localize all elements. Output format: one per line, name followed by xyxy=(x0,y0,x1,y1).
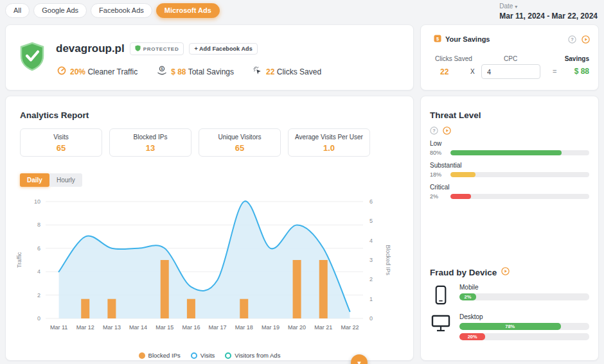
threat-bar-fill xyxy=(450,172,475,177)
traffic-chart: 02468100123456TrafficBlocked IPsMar 11Ma… xyxy=(11,191,404,353)
protected-badge-label: PROTECTED xyxy=(143,46,179,52)
site-stat-value: 22 xyxy=(266,67,274,76)
stat-box-label: Unique Visitors xyxy=(199,134,280,141)
device-rows: Mobile2%Desktop78%20% xyxy=(430,284,589,351)
filter-facebook-ads[interactable]: Facebook Ads xyxy=(91,3,152,18)
savings-value: $ 88 xyxy=(574,67,589,76)
date-picker[interactable]: Date ▾ Mar 11, 2024 - Mar 22, 2024 xyxy=(499,3,598,21)
svg-text:0: 0 xyxy=(37,315,40,322)
filter-google-ads[interactable]: Google Ads xyxy=(33,3,87,18)
site-overview-card: devagroup.pl PROTECTED + Add Facebook Ad… xyxy=(5,24,414,91)
threat-bar-track xyxy=(450,150,589,155)
svg-text:Mar 18: Mar 18 xyxy=(235,324,253,331)
svg-text:Mar 11: Mar 11 xyxy=(50,324,67,331)
question-icon[interactable]: ? xyxy=(430,126,438,137)
threat-label: Critical xyxy=(430,184,589,191)
device-row-mobile: Mobile2% xyxy=(430,284,589,306)
legend-marker xyxy=(191,352,197,359)
svg-text:Mar 22: Mar 22 xyxy=(341,324,359,331)
analytics-title: Analytics Report xyxy=(20,110,89,120)
protected-badge: PROTECTED xyxy=(130,42,184,55)
svg-text:?: ? xyxy=(432,128,436,134)
threat-levels: Low80%Substantial18%Critical2% xyxy=(430,140,589,205)
chevron-down-icon: ▾ xyxy=(357,359,361,364)
site-domain: devagroup.pl xyxy=(56,42,125,55)
threat-bar-track xyxy=(450,194,589,199)
fraud-by-device-title: Fraud by Device xyxy=(430,267,510,277)
legend-item-visitors-from-ads[interactable]: Visitors from Ads xyxy=(225,352,280,359)
svg-text:Mar 17: Mar 17 xyxy=(209,324,227,331)
site-stat-label: Cleaner Traffic xyxy=(87,67,138,76)
cursor-click-icon xyxy=(253,66,262,77)
svg-text:8: 8 xyxy=(37,221,40,228)
threat-pct: 80% xyxy=(430,150,445,156)
stat-box-blocked-ips: Blocked IPs13 xyxy=(109,128,191,157)
threat-bar-fill xyxy=(450,150,562,155)
add-facebook-ads-button[interactable]: + Add Facebook Ads xyxy=(189,43,257,55)
multiply-symbol: X xyxy=(470,68,475,75)
svg-text:4: 4 xyxy=(369,238,373,244)
threat-row-critical: Critical2% xyxy=(430,184,589,200)
site-stat-label: Total Savings xyxy=(188,67,234,76)
threat-bar-fill xyxy=(450,194,471,199)
svg-text:Mar 21: Mar 21 xyxy=(314,324,332,331)
stat-box-label: Blocked IPs xyxy=(110,134,191,141)
cpc-input[interactable] xyxy=(481,64,540,79)
stat-box-value: 1.0 xyxy=(289,143,369,153)
savings-label: Savings xyxy=(565,55,589,62)
svg-text:?: ? xyxy=(571,37,574,42)
stat-box-label: Visits xyxy=(21,134,102,141)
device-bar-track: 2% xyxy=(459,293,589,300)
svg-text:Mar 19: Mar 19 xyxy=(262,324,280,331)
mobile-icon xyxy=(430,284,452,306)
svg-text:$: $ xyxy=(161,67,164,71)
savings-icon: $ xyxy=(434,35,441,44)
threat-row-low: Low80% xyxy=(430,140,589,156)
your-savings-card: $ Your Savings ? Clicks Saved CPC Saving… xyxy=(420,24,599,91)
gauge-icon xyxy=(57,66,66,77)
cpc-label: CPC xyxy=(504,55,517,62)
svg-text:Mar 20: Mar 20 xyxy=(288,324,306,331)
threat-label: Substantial xyxy=(430,162,589,169)
clicks-saved-label: Clicks Saved xyxy=(435,55,472,62)
video-play-icon[interactable] xyxy=(582,35,590,46)
legend-item-visits[interactable]: Visits xyxy=(191,352,215,359)
toggle-hourly[interactable]: Hourly xyxy=(49,173,82,187)
svg-text:Mar 16: Mar 16 xyxy=(182,324,200,331)
legend-item-blocked-ips[interactable]: Blocked IPs xyxy=(139,352,181,359)
clicks-saved-value: 22 xyxy=(440,67,449,76)
device-label: Desktop xyxy=(459,313,589,320)
svg-text:3: 3 xyxy=(369,257,373,263)
svg-text:2: 2 xyxy=(369,276,373,282)
threat-panel-card: Threat Level ? Low80%Substantial18%Criti… xyxy=(420,96,599,361)
svg-text:Mar 13: Mar 13 xyxy=(103,324,121,331)
filter-all[interactable]: All xyxy=(5,3,30,18)
dashboard-page: AllGoogle AdsFacebook AdsMicrosoft Ads D… xyxy=(0,0,604,364)
question-icon[interactable]: ? xyxy=(568,35,576,46)
device-bar-track: 20% xyxy=(459,333,589,340)
legend-marker xyxy=(225,352,231,359)
stat-box-value: 13 xyxy=(110,143,191,153)
svg-text:Mar 15: Mar 15 xyxy=(155,324,173,331)
toggle-daily[interactable]: Daily xyxy=(20,173,49,187)
analytics-stat-boxes: Visits65Blocked IPs13Unique Visitors65Av… xyxy=(20,128,370,157)
video-play-icon[interactable] xyxy=(501,267,510,277)
threat-bar-track xyxy=(450,172,589,177)
hand-dollar-icon: $ xyxy=(157,65,167,78)
site-stat-cleaner-traffic: 20% Cleaner Traffic xyxy=(57,66,138,77)
combo-chart-svg: 02468100123456TrafficBlocked IPsMar 11Ma… xyxy=(11,191,404,353)
video-play-icon[interactable] xyxy=(443,126,451,137)
site-stats: 20% Cleaner Traffic$$ 88 Total Savings22… xyxy=(57,65,321,78)
threat-row-substantial: Substantial18% xyxy=(430,162,589,178)
equals-symbol: = xyxy=(553,67,556,75)
svg-text:6: 6 xyxy=(369,198,373,205)
svg-text:6: 6 xyxy=(37,245,40,252)
stat-box-average-visits-per-user: Average Visits Per User1.0 xyxy=(288,128,370,157)
svg-text:Mar 14: Mar 14 xyxy=(129,324,147,331)
site-stat-value: $ 88 xyxy=(171,67,186,76)
filter-microsoft-ads[interactable]: Microsoft Ads xyxy=(156,3,220,18)
svg-text:2: 2 xyxy=(37,292,40,299)
stat-box-label: Average Visits Per User xyxy=(289,134,369,141)
legend-marker xyxy=(139,352,145,359)
stat-box-value: 65 xyxy=(199,143,280,153)
